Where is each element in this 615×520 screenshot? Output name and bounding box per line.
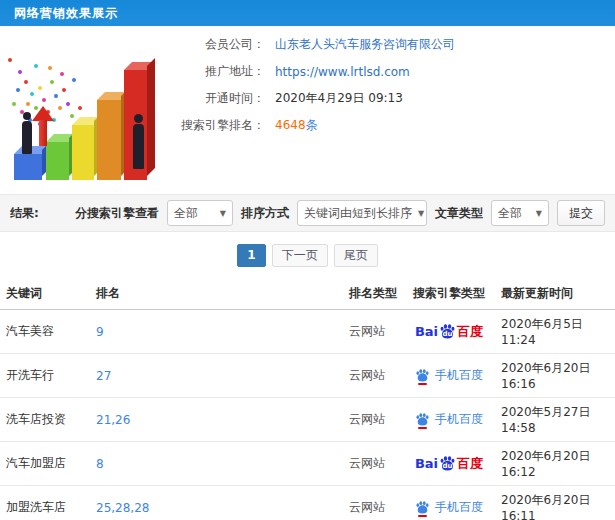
- open-time-label: 开通时间：: [160, 90, 265, 107]
- table-row: 汽车加盟店 8 云网站 Baidu百度 手机百度 2020年6月20日 16:1…: [0, 442, 615, 486]
- engine-rank-label: 搜索引擎排名：: [160, 117, 265, 134]
- table-row: 汽车美容 9 云网站 Baidu百度 手机百度 2020年6月5日 11:24: [0, 310, 615, 354]
- engine-filter-value: 全部: [174, 205, 198, 222]
- header-rank-type: 排名类型: [343, 278, 403, 310]
- bar-green: [46, 142, 69, 180]
- mobile-baidu-logo: 手机百度: [415, 367, 483, 384]
- engine-cell: Baidu百度 手机百度: [403, 310, 495, 354]
- result-label: 结果:: [10, 205, 39, 222]
- last-page-button[interactable]: 尾页: [334, 244, 378, 267]
- baidu-logo: Baidu百度: [415, 455, 483, 473]
- updated-cell: 2020年6月5日 11:24: [495, 310, 615, 354]
- filter-bar: 结果: 分搜索引擎查看 全部 ▼ 排序方式 关键词由短到长排序 ▼ 文章类型 全…: [0, 194, 615, 232]
- bar-orange: [97, 100, 121, 180]
- rank-cell: 9: [90, 310, 343, 354]
- header-updated: 最新更新时间: [495, 278, 615, 310]
- rank-link[interactable]: 27: [96, 369, 111, 383]
- rank-cell: 8: [90, 442, 343, 486]
- engine-cell: Baidu百度 手机百度: [403, 354, 495, 398]
- keyword-cell: 加盟洗车店: [0, 486, 90, 520]
- rank-cell: 25,28,28: [90, 486, 343, 520]
- company-info-list: 会员公司： 山东老人头汽车服务咨询有限公司 推广地址： https://www.…: [160, 36, 610, 144]
- rank-link[interactable]: 8: [96, 457, 104, 471]
- businessman-figure-left: [19, 112, 35, 154]
- sort-select[interactable]: 关键词由短到长排序 ▼: [297, 200, 427, 226]
- rank-count: 4648: [275, 118, 306, 132]
- baidu-paw-icon: du: [439, 324, 456, 339]
- mobile-baidu-logo: 手机百度: [415, 411, 483, 428]
- rank-link[interactable]: 25,28,28: [96, 501, 149, 515]
- engine-cell: Baidu百度 手机百度: [403, 442, 495, 486]
- header-engine-type: 搜索引擎类型: [403, 278, 495, 310]
- next-page-button[interactable]: 下一页: [272, 244, 328, 267]
- table-row: 开洗车行 27 云网站 Baidu百度 手机百度 2020年6月20日 16:1…: [0, 354, 615, 398]
- table-header-row: 关键词 排名 排名类型 搜索引擎类型 最新更新时间: [0, 278, 615, 310]
- page-title: 网络营销效果展示: [14, 5, 118, 22]
- baidu-cn-text: 百度: [457, 323, 483, 341]
- app-header: 网络营销效果展示: [0, 0, 615, 26]
- pagination: 1 下一页 尾页: [0, 232, 615, 278]
- keyword-cell: 洗车店投资: [0, 398, 90, 442]
- engine-cell: Baidu百度 手机百度: [403, 486, 495, 520]
- member-company-label: 会员公司：: [160, 36, 265, 53]
- keyword-cell: 汽车加盟店: [0, 442, 90, 486]
- header-keyword: 关键词: [0, 278, 90, 310]
- rank-type-cell: 云网站: [343, 354, 403, 398]
- rank-type-cell: 云网站: [343, 398, 403, 442]
- article-type-label: 文章类型: [435, 205, 483, 222]
- sort-value: 关键词由短到长排序: [304, 205, 412, 222]
- baidu-paw-icon: du: [439, 456, 456, 471]
- growth-arrow-icon: [32, 106, 54, 146]
- header-rank: 排名: [90, 278, 343, 310]
- baidu-du-text: du: [439, 331, 456, 338]
- sort-label: 排序方式: [241, 205, 289, 222]
- rank-type-cell: 云网站: [343, 310, 403, 354]
- table-row: 洗车店投资 21,26 云网站 Baidu百度 手机百度 2020年5月27日 …: [0, 398, 615, 442]
- updated-cell: 2020年6月20日 16:11: [495, 486, 615, 520]
- bar-yellow: [72, 125, 94, 180]
- chevron-down-icon: ▼: [412, 209, 424, 218]
- mobile-baidu-paw-icon: [415, 413, 430, 426]
- engine-cell: Baidu百度 手机百度: [403, 398, 495, 442]
- engine-rank-value: 4648条: [275, 117, 318, 134]
- member-company-link[interactable]: 山东老人头汽车服务咨询有限公司: [275, 36, 455, 53]
- info-row-open-time: 开通时间： 2020年4月29日 09:13: [160, 90, 610, 107]
- open-time-value: 2020年4月29日 09:13: [275, 90, 403, 107]
- submit-button[interactable]: 提交: [557, 200, 605, 226]
- company-info-section: 会员公司： 山东老人头汽车服务咨询有限公司 推广地址： https://www.…: [0, 26, 615, 194]
- updated-cell: 2020年5月27日 14:58: [495, 398, 615, 442]
- page-button-current[interactable]: 1: [237, 244, 265, 267]
- engine-filter-label: 分搜索引擎查看: [75, 205, 159, 222]
- rank-unit: 条: [306, 118, 318, 132]
- chevron-down-icon: ▼: [530, 209, 542, 218]
- bar-blue: [14, 154, 42, 180]
- article-type-value: 全部: [498, 205, 522, 222]
- confetti-dots: [8, 58, 12, 62]
- rank-link[interactable]: 21,26: [96, 413, 130, 427]
- rank-cell: 27: [90, 354, 343, 398]
- promo-url-label: 推广地址：: [160, 63, 265, 80]
- businessman-figure-right: [130, 114, 147, 170]
- filter-controls: 分搜索引擎查看 全部 ▼ 排序方式 关键词由短到长排序 ▼ 文章类型 全部 ▼ …: [75, 200, 605, 226]
- keyword-cell: 开洗车行: [0, 354, 90, 398]
- mobile-baidu-paw-icon: [415, 369, 430, 382]
- mobile-baidu-paw-icon: [415, 501, 430, 514]
- keyword-cell: 汽车美容: [0, 310, 90, 354]
- info-row-member: 会员公司： 山东老人头汽车服务咨询有限公司: [160, 36, 610, 53]
- updated-cell: 2020年6月20日 16:12: [495, 442, 615, 486]
- baidu-bai-text: Bai: [415, 324, 438, 339]
- baidu-logo: Baidu百度: [415, 323, 483, 341]
- updated-cell: 2020年6月20日 16:16: [495, 354, 615, 398]
- rank-type-cell: 云网站: [343, 442, 403, 486]
- rank-type-cell: 云网站: [343, 486, 403, 520]
- bar-chart-illustration: [2, 30, 158, 188]
- mobile-baidu-logo: 手机百度: [415, 499, 483, 516]
- info-row-engine-rank: 搜索引擎排名： 4648条: [160, 117, 610, 134]
- rank-cell: 21,26: [90, 398, 343, 442]
- engine-filter-select[interactable]: 全部 ▼: [167, 200, 233, 226]
- rank-link[interactable]: 9: [96, 325, 104, 339]
- promo-url-link[interactable]: https://www.lrtlsd.com: [275, 65, 410, 79]
- article-type-select[interactable]: 全部 ▼: [491, 200, 549, 226]
- chevron-down-icon: ▼: [214, 209, 226, 218]
- results-table: 关键词 排名 排名类型 搜索引擎类型 最新更新时间 汽车美容 9 云网站 Bai…: [0, 278, 615, 520]
